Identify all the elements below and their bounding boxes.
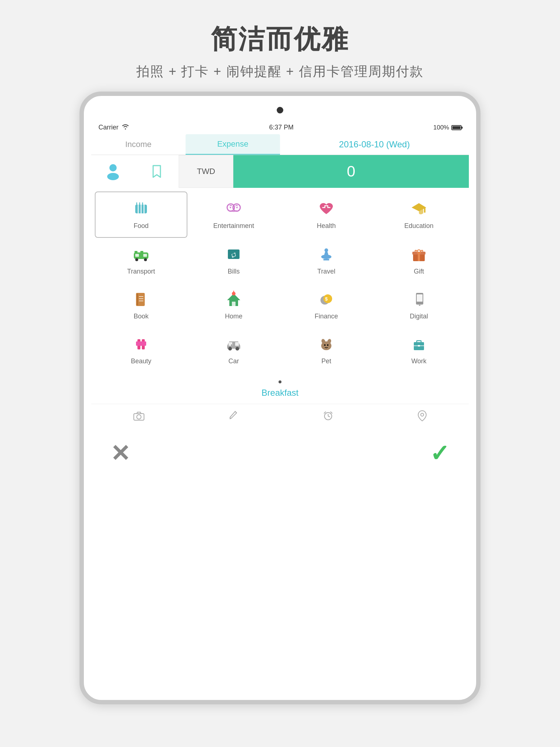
action-row: ✕ ✓	[91, 430, 469, 477]
status-left: Carrier	[98, 124, 129, 131]
svg-line-64	[328, 416, 330, 417]
cancel-button[interactable]: ✕	[106, 439, 135, 468]
category-grid: Food Entertainment	[91, 188, 469, 376]
svg-point-21	[324, 248, 328, 252]
category-digital[interactable]: Digital	[373, 283, 465, 328]
title-section: 简洁而优雅 拍照 + 打卡 + 闹钟提醒 + 信用卡管理周期付款	[136, 22, 423, 81]
ipad-screen: Carrier 6:37 PM 100%	[91, 121, 469, 689]
travel-icon	[317, 245, 336, 264]
svg-point-53	[327, 344, 328, 346]
category-gift[interactable]: Gift	[373, 238, 465, 283]
book-label: Book	[133, 313, 148, 320]
expense-tab[interactable]: Expense	[186, 134, 280, 155]
work-label: Work	[411, 357, 427, 365]
note-label[interactable]: Breakfast	[91, 386, 469, 404]
gift-icon	[409, 245, 428, 264]
category-pet[interactable]: Pet	[280, 328, 373, 372]
car-label: Car	[228, 357, 239, 365]
category-home[interactable]: Home	[187, 283, 280, 328]
health-label: Health	[317, 222, 336, 230]
toolbar	[91, 404, 469, 430]
svg-rect-10	[424, 208, 425, 213]
svg-rect-32	[232, 302, 236, 306]
bills-icon	[224, 245, 243, 264]
cancel-icon: ✕	[110, 440, 130, 467]
category-work[interactable]: Work	[373, 328, 465, 372]
category-car[interactable]: Car	[187, 328, 280, 372]
category-beauty[interactable]: Beauty	[95, 328, 187, 372]
beauty-label: Beauty	[131, 357, 151, 365]
finance-icon: $	[317, 290, 336, 309]
status-time: 6:37 PM	[269, 124, 293, 131]
gift-label: Gift	[414, 268, 424, 275]
svg-rect-28	[137, 294, 138, 305]
carrier-label: Carrier	[98, 124, 118, 131]
status-bar: Carrier 6:37 PM 100%	[91, 121, 469, 134]
camera-button[interactable]	[133, 411, 145, 423]
home-label: Home	[225, 313, 242, 320]
digital-icon	[409, 290, 428, 309]
category-health[interactable]: Health	[280, 191, 373, 238]
book-icon	[132, 290, 151, 309]
confirm-button[interactable]: ✓	[425, 439, 454, 468]
svg-rect-22	[323, 259, 329, 260]
education-label: Education	[404, 222, 433, 230]
food-label: Food	[133, 222, 148, 230]
amount-row: TWD 0	[91, 155, 469, 188]
page-indicator	[91, 376, 469, 386]
date-display: 2016-08-10 (Wed)	[280, 134, 469, 155]
category-travel[interactable]: Travel	[280, 238, 373, 283]
avatar-icon	[105, 163, 121, 180]
svg-point-0	[109, 164, 117, 171]
transport-icon	[132, 245, 151, 264]
transport-label: Transport	[127, 268, 155, 275]
svg-point-59	[137, 415, 141, 419]
bills-label: Bills	[228, 268, 240, 275]
status-right: 100%	[433, 124, 462, 131]
svg-point-19	[232, 253, 235, 256]
currency-section[interactable]: TWD	[179, 155, 233, 188]
svg-point-48	[236, 347, 239, 351]
category-transport[interactable]: Transport	[95, 238, 187, 283]
digital-label: Digital	[410, 313, 428, 320]
subtitle: 拍照 + 打卡 + 闹钟提醒 + 信用卡管理周期付款	[136, 63, 423, 81]
page-dot	[279, 380, 281, 383]
bookmark-section[interactable]	[135, 155, 179, 188]
page-wrapper: 简洁而优雅 拍照 + 打卡 + 闹钟提醒 + 信用卡管理周期付款 Carrier	[0, 0, 560, 747]
svg-point-52	[324, 344, 326, 346]
income-tab[interactable]: Income	[91, 135, 186, 154]
svg-rect-55	[417, 341, 421, 343]
travel-label: Travel	[317, 268, 335, 275]
tab-row: Income Expense 2016-08-10 (Wed)	[91, 134, 469, 155]
car-icon	[224, 335, 243, 354]
svg-point-8	[230, 207, 231, 208]
education-icon	[409, 200, 428, 218]
ipad-camera	[277, 107, 283, 113]
battery-icon	[451, 125, 462, 130]
bookmark-icon	[152, 165, 162, 178]
work-icon	[409, 335, 428, 354]
svg-point-1	[107, 173, 119, 180]
health-icon	[317, 200, 336, 218]
edit-button[interactable]	[229, 411, 239, 423]
alarm-button[interactable]	[323, 410, 334, 424]
category-bills[interactable]: Bills	[187, 238, 280, 283]
confirm-icon: ✓	[430, 440, 450, 467]
location-button[interactable]	[417, 410, 427, 424]
svg-rect-16	[135, 251, 137, 253]
amount-value: 0	[233, 155, 469, 188]
category-food[interactable]: Food	[95, 191, 187, 238]
food-icon	[132, 200, 151, 218]
category-education[interactable]: Education	[373, 191, 465, 238]
svg-rect-17	[140, 251, 143, 253]
category-entertainment[interactable]: Entertainment	[187, 191, 280, 238]
svg-text:$: $	[325, 296, 328, 302]
svg-line-60	[235, 411, 237, 413]
svg-rect-13	[143, 254, 147, 257]
avatar-section[interactable]	[91, 155, 135, 188]
beauty-icon	[132, 335, 151, 354]
svg-point-47	[228, 347, 232, 351]
category-finance[interactable]: $ Finance	[280, 283, 373, 328]
svg-point-9	[236, 207, 238, 208]
category-book[interactable]: Book	[95, 283, 187, 328]
